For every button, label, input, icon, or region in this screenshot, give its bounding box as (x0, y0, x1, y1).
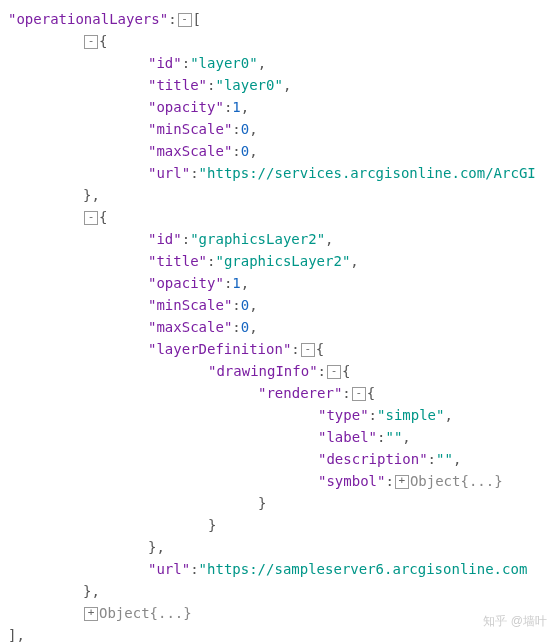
prop-line: "title":"graphicsLayer2", (8, 250, 549, 272)
root-key-line: "operationalLayers":-[ (8, 8, 549, 30)
prop-line: "id":"graphicsLayer2", (8, 228, 549, 250)
prop-line: "drawingInfo":-{ (8, 360, 549, 382)
expand-icon[interactable]: + (395, 475, 409, 489)
root-key: "operationalLayers" (8, 11, 168, 27)
prop-line: "title":"layer0", (8, 74, 549, 96)
object-close: }, (8, 184, 549, 206)
prop-line: "layerDefinition":-{ (8, 338, 549, 360)
prop-line: "description":"", (8, 448, 549, 470)
object-open: -{ (8, 30, 549, 52)
collapse-icon[interactable]: - (84, 211, 98, 225)
object-close: }, (8, 536, 549, 558)
prop-line: "type":"simple", (8, 404, 549, 426)
object-close: } (8, 514, 549, 536)
prop-line: "url":"https://services.arcgisonline.com… (8, 162, 549, 184)
prop-line: "url":"https://sampleserver6.arcgisonlin… (8, 558, 549, 580)
prop-line: "symbol":+Object{...} (8, 470, 549, 492)
prop-line: "maxScale":0, (8, 316, 549, 338)
expand-icon[interactable]: + (84, 607, 98, 621)
prop-line: "opacity":1, (8, 96, 549, 118)
collapse-icon[interactable]: - (178, 13, 192, 27)
prop-line: "id":"layer0", (8, 52, 549, 74)
prop-line: "opacity":1, (8, 272, 549, 294)
collapse-icon[interactable]: - (327, 365, 341, 379)
prop-line: "label":"", (8, 426, 549, 448)
object-open: -{ (8, 206, 549, 228)
collapse-icon[interactable]: - (301, 343, 315, 357)
object-close: } (8, 492, 549, 514)
collapsed-object: +Object{...} (8, 602, 549, 624)
prop-line: "renderer":-{ (8, 382, 549, 404)
array-close: ], (8, 624, 549, 642)
collapse-icon[interactable]: - (352, 387, 366, 401)
object-close: }, (8, 580, 549, 602)
prop-line: "minScale":0, (8, 118, 549, 140)
collapse-icon[interactable]: - (84, 35, 98, 49)
prop-line: "maxScale":0, (8, 140, 549, 162)
prop-line: "minScale":0, (8, 294, 549, 316)
